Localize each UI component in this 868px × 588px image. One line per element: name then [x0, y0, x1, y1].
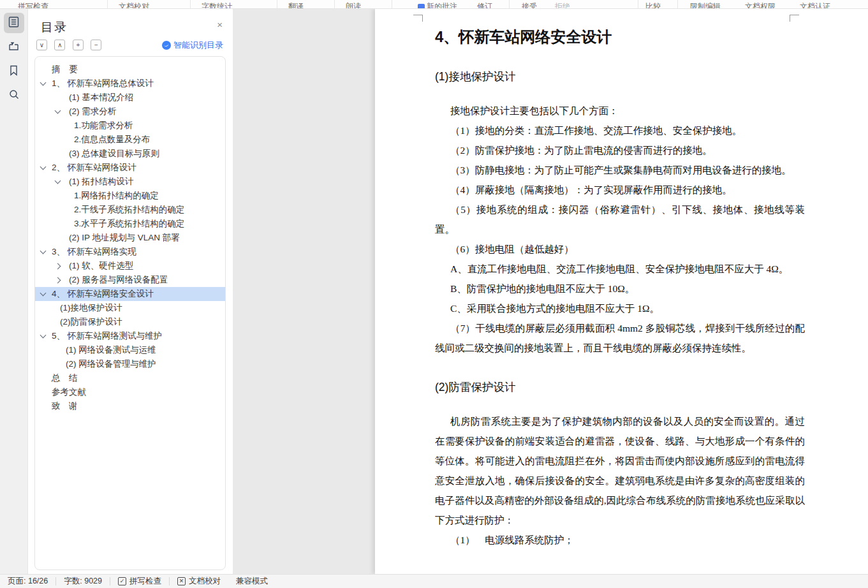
toc-item[interactable]: (2) IP 地址规划与 VLAN 部署	[35, 231, 225, 245]
toc-item[interactable]: 3、 怀新车站网络实现	[35, 245, 225, 259]
toc-item[interactable]: 参考文献	[35, 385, 225, 399]
toc-item[interactable]: 4、 怀新车站网络安全设计	[35, 287, 225, 301]
proofread-toggle[interactable]: ✕ 文档校对	[170, 575, 228, 588]
page-margin-mark-left	[413, 15, 423, 22]
toc-item[interactable]: 1.功能需求分析	[35, 119, 225, 133]
toc-item[interactable]: (2) 需求分析	[35, 105, 225, 119]
document-paragraph: B、防雷保护地的接地电阻不应大于 10Ω。	[435, 279, 805, 298]
toc-item[interactable]: 摘 要	[35, 62, 225, 77]
toc-item[interactable]: 2、 怀新车站网络设计	[35, 161, 225, 175]
document-paragraph: （6）接地电阻（越低越好）	[435, 239, 805, 259]
collapse-up-button[interactable]: ∧	[54, 40, 65, 50]
document-paragraph: 接地保护设计主要包括以下几个方面：	[435, 101, 805, 121]
document-paragraph: （1） 电源线路系统防护；	[435, 530, 805, 550]
document-content: 4、怀新车站网络安全设计 (1)接地保护设计 接地保护设计主要包括以下几个方面：…	[435, 26, 805, 550]
toc-item[interactable]: 2.干线子系统拓扑结构的确定	[35, 203, 225, 217]
expand-down-button[interactable]: ∨	[36, 40, 47, 50]
chevron-icon[interactable]	[40, 80, 47, 86]
outline-panel-button[interactable]	[4, 13, 24, 33]
bookmark-icon	[8, 64, 19, 79]
toc-panel: 目录 × ∨ ∧ + − 智能识别目录 摘 要 1、 怀新车站网络总体设计 (1…	[28, 9, 233, 574]
ribbon-button[interactable]: 朗读	[346, 1, 361, 9]
chevron-icon[interactable]	[40, 248, 47, 254]
ribbon-button[interactable]: 接受	[522, 1, 537, 9]
document-paragraph: （4）屏蔽接地（隔离接地）：为了实现屏蔽作用而进行的接地。	[435, 180, 805, 200]
chevron-icon[interactable]	[40, 332, 47, 339]
document-heading-1: 4、怀新车站网络安全设计	[435, 26, 805, 48]
ai-globe-icon	[162, 41, 171, 50]
toc-item[interactable]: (1) 软、硬件选型	[35, 259, 225, 273]
document-page[interactable]: 4、怀新车站网络安全设计 (1)接地保护设计 接地保护设计主要包括以下几个方面：…	[375, 9, 868, 574]
ribbon-button[interactable]: 文档认证	[800, 1, 830, 9]
smart-recognize-button[interactable]: 智能识别目录	[162, 40, 223, 51]
review-ribbon: 拼写检查 文档校对 字数统计 翻译 朗读 新的批注 修订 接受 拒绝 比较 限制…	[0, 0, 868, 9]
comments-panel-button[interactable]	[4, 37, 24, 57]
toc-item[interactable]: (2) 网络设备管理与维护	[35, 357, 225, 371]
document-paragraph: （7）干线电缆的屏蔽层必须用截面积 4mm2 多股铜芯线，焊接到干线所经过的配线…	[435, 318, 805, 358]
word-count[interactable]: 字数: 9029	[56, 575, 110, 588]
toc-list: 摘 要 1、 怀新车站网络总体设计 (1) 基本情况介绍 (2) 需求分析 1.…	[34, 56, 226, 570]
ribbon-separator	[277, 0, 277, 9]
toc-toolbar: ∨ ∧ + − 智能识别目录	[36, 40, 224, 51]
outline-icon	[8, 16, 20, 31]
bookmarks-panel-button[interactable]	[4, 61, 24, 82]
ribbon-separator	[392, 0, 392, 9]
expand-all-button[interactable]: +	[73, 40, 84, 50]
toc-item[interactable]: (1) 拓扑结构设计	[35, 175, 225, 189]
ribbon-button[interactable]: 新的批注	[418, 1, 457, 9]
ribbon-button[interactable]: 文档校对	[119, 1, 149, 9]
close-icon[interactable]: ×	[217, 19, 223, 30]
search-icon	[8, 89, 20, 103]
collapse-all-button[interactable]: −	[91, 40, 101, 50]
toc-item[interactable]: 3.水平子系统拓扑结构的确定	[35, 217, 225, 231]
chevron-icon[interactable]	[40, 290, 47, 297]
spell-check-icon: ✓	[118, 577, 126, 585]
page-indicator[interactable]: 页面: 16/26	[0, 575, 55, 588]
proofread-icon: ✕	[177, 577, 186, 585]
document-paragraph: （5）接地系统的组成：接闪器（俗称避雷针）、引下线、接地体、接地线等装置。	[435, 200, 805, 239]
ribbon-separator	[334, 0, 335, 9]
ribbon-button[interactable]: 文档权限	[745, 1, 776, 9]
toc-item[interactable]: 5、 怀新车站网络测试与维护	[35, 329, 225, 343]
toc-item[interactable]: (1) 基本情况介绍	[35, 91, 225, 105]
ribbon-separator	[509, 0, 510, 9]
document-paragraph: C、采用联合接地方式的接地电阻不应大于 1Ω。	[435, 298, 805, 318]
document-paragraph: （1）接地的分类：直流工作接地、交流工作接地、安全保护接地。	[435, 121, 805, 140]
status-bar: 页面: 16/26 字数: 9029 ✓ 拼写检查 ✕ 文档校对 兼容模式	[0, 574, 868, 588]
ribbon-separator	[677, 0, 678, 9]
spell-check-toggle[interactable]: ✓ 拼写检查	[110, 575, 169, 588]
ribbon-button[interactable]: 拼写检查	[18, 1, 48, 9]
toc-item[interactable]: 总 结	[35, 371, 225, 385]
toc-item[interactable]: 致 谢	[35, 399, 225, 413]
ribbon-button[interactable]: 拒绝	[555, 1, 570, 9]
ribbon-separator	[190, 0, 191, 9]
ribbon-button[interactable]: 翻译	[288, 1, 304, 9]
document-paragraph: 机房防雷系统主要是为了保护建筑物内部的设备以及人员的安全而设置的。通过在需要保护…	[435, 411, 805, 530]
document-paragraph: A、直流工作接地电阻、交流工作接地电阻、安全保护接地电阻不应大于 4Ω。	[435, 259, 805, 279]
chevron-icon[interactable]	[55, 263, 61, 270]
chevron-icon[interactable]	[55, 108, 61, 114]
ribbon-button[interactable]: 限制编辑	[690, 1, 721, 9]
toc-item[interactable]: (1) 网络设备测试与运维	[35, 343, 225, 357]
ribbon-button[interactable]: 修订	[477, 1, 492, 9]
ribbon-separator	[638, 0, 638, 9]
toc-item[interactable]: (3) 总体建设目标与原则	[35, 147, 225, 161]
section-heading: (1)接地保护设计	[435, 69, 805, 84]
toc-item[interactable]: 2.信息点数量及分布	[35, 133, 225, 147]
toc-item[interactable]: (1)接地保护设计	[35, 301, 225, 315]
search-panel-button[interactable]	[4, 85, 24, 106]
ribbon-button[interactable]: 比较	[645, 1, 661, 9]
toc-item[interactable]: 1、 怀新车站网络总体设计	[35, 77, 225, 91]
chevron-icon[interactable]	[55, 178, 61, 184]
ribbon-separator	[107, 0, 108, 9]
comment-flag-icon	[8, 40, 20, 55]
toc-item[interactable]: 1.网络拓扑结构的确定	[35, 189, 225, 203]
navigation-rail	[0, 9, 28, 574]
toc-item[interactable]: (2)防雷保护设计	[35, 315, 225, 329]
chevron-icon[interactable]	[55, 277, 61, 284]
document-paragraph: （2）防雷保护接地：为了防止雷电流的侵害而进行的接地。	[435, 140, 805, 160]
chevron-icon[interactable]	[40, 164, 47, 170]
toc-item[interactable]: (2) 服务器与网络设备配置	[35, 273, 225, 287]
ribbon-button[interactable]: 字数统计	[202, 1, 232, 9]
compat-mode-label[interactable]: 兼容模式	[228, 575, 276, 588]
